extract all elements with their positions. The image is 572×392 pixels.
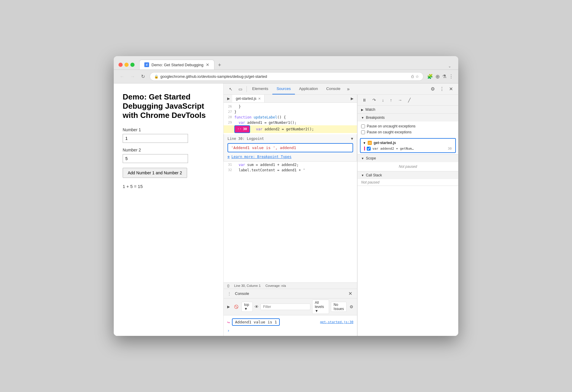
devtools-more-icon[interactable]: ⋮ <box>438 84 446 94</box>
logpoint-input[interactable]: 'Addend1 value is ', addend1 <box>227 143 353 152</box>
menu-icon[interactable]: ⋮ <box>449 74 454 79</box>
console-drag-handle[interactable]: ⋮ <box>226 290 233 297</box>
pause-uncaught-checkbox[interactable] <box>361 124 365 128</box>
url-text: googlechrome.github.io/devtools-samples/… <box>160 74 410 79</box>
number2-input[interactable] <box>123 154 188 163</box>
execute-snippet-icon[interactable]: ▶ <box>348 95 356 102</box>
tab-application[interactable]: Application <box>295 83 322 94</box>
console-settings-icon[interactable]: ⚙ <box>348 304 355 310</box>
tab-console[interactable]: Console <box>322 83 345 94</box>
console-context-selector[interactable]: top ▼ <box>241 302 253 312</box>
console-log-text: Addend1 value is 1 <box>232 318 280 326</box>
logpoint-icon: ↪ <box>227 320 230 325</box>
profile-icon[interactable]: ⊕ <box>435 73 440 80</box>
console-log-entry: ↪ Addend1 value is 1 get-started.js:30 <box>227 317 353 327</box>
more-tabs-icon[interactable]: » <box>345 84 352 94</box>
tab-overflow-icon[interactable]: ⌄ <box>446 63 454 69</box>
traffic-lights <box>118 63 135 67</box>
pause-caught-label: Pause on caught exceptions <box>367 130 412 134</box>
callstack-section-header[interactable]: ▼ Call Stack <box>358 171 458 179</box>
watch-triangle-icon: ▶ <box>361 108 364 111</box>
url-bar[interactable]: 🔒 googlechrome.github.io/devtools-sample… <box>150 72 424 81</box>
bp-entry-checkbox[interactable] <box>367 147 371 151</box>
extensions-icon[interactable]: 🧩 <box>427 74 433 79</box>
code-line-29: 29 var addend1 = getNumber1(); <box>224 120 357 125</box>
code-line-31: 31 var sum = addend1 + addend2; <box>224 162 357 167</box>
close-button[interactable] <box>118 63 123 67</box>
console-toolbar: ⋮ Console ✕ <box>224 289 357 298</box>
device-icon[interactable]: ▭ <box>236 84 245 94</box>
number1-input[interactable] <box>123 134 188 143</box>
refresh-button[interactable]: ↻ <box>140 73 146 80</box>
format-icon[interactable]: {} <box>227 284 229 287</box>
console-close-icon[interactable]: ✕ <box>346 289 355 298</box>
step-into-button[interactable]: ↓ <box>380 97 386 104</box>
console-log-link[interactable]: get-started.js:30 <box>320 320 353 324</box>
callstack-status: Not paused <box>361 180 379 184</box>
scope-section-header[interactable]: ▼ Scope <box>358 154 458 162</box>
back-button[interactable]: ← <box>118 73 126 80</box>
file-nav-icon[interactable]: ▶ <box>225 95 232 102</box>
callstack-content: Not paused <box>358 179 458 186</box>
bp-indicator <box>364 146 365 151</box>
file-tab-close-icon[interactable]: ✕ <box>258 97 261 101</box>
add-button[interactable]: Add Number 1 and Number 2 <box>123 168 187 178</box>
breakpoint-marker[interactable]: ·· 30 <box>234 125 250 133</box>
deactivate-breakpoints-button[interactable]: ╱ <box>406 97 413 104</box>
console-block-icon[interactable]: 🚫 <box>233 304 240 309</box>
bp-entry: var addend2 = getNum… 30 <box>363 146 453 151</box>
pause-caught-row: Pause on caught exceptions <box>361 129 455 135</box>
pause-resume-button[interactable]: ⏸ <box>360 97 369 104</box>
minimize-button[interactable] <box>124 63 129 67</box>
tab-sources[interactable]: Sources <box>272 83 295 94</box>
breakpoints-section-header[interactable]: ▼ Breakpoints <box>358 114 458 121</box>
share-icon[interactable]: ⎙ <box>411 74 414 79</box>
breakpoints-section: ▼ Breakpoints Pause on uncaught exceptio… <box>358 114 458 154</box>
devtools-settings-icon[interactable]: ⚙ <box>428 84 438 94</box>
breakpoints-content: Pause on uncaught exceptions Pause on ca… <box>358 121 458 137</box>
status-position: Line 30, Column 1 <box>234 284 260 287</box>
forward-button[interactable]: → <box>129 73 136 80</box>
bp-file-name: get-started.js <box>374 141 396 145</box>
breakpoint-value: 30 <box>243 127 247 132</box>
tab-close-icon[interactable]: ✕ <box>206 62 209 67</box>
console-title: Console <box>233 290 252 298</box>
scope-triangle-icon: ▼ <box>361 157 364 160</box>
new-tab-button[interactable]: + <box>216 61 224 69</box>
address-icons: 🧩 ⊕ ⚗ ⋮ <box>427 73 454 80</box>
number2-label: Number 2 <box>123 148 214 152</box>
js-file-icon: JS <box>368 141 372 145</box>
inspect-icon[interactable]: ↖ <box>226 84 236 94</box>
address-bar: ← → ↻ 🔒 googlechrome.github.io/devtools-… <box>114 70 458 83</box>
toolbar-separator <box>247 86 247 92</box>
step-over-button[interactable]: ↷ <box>370 97 378 104</box>
devtools-close-icon[interactable]: ✕ <box>446 84 456 94</box>
file-tab-get-started[interactable]: get-started.js ✕ <box>232 95 265 102</box>
pause-caught-checkbox[interactable] <box>361 130 365 134</box>
code-editor[interactable]: 26 } 27 } 28 function updateLabel() { <box>224 103 357 282</box>
breakpoints-file-section: ▼ JS get-started.js var addend2 = getNum… <box>360 138 456 153</box>
flask-icon[interactable]: ⚗ <box>442 74 446 79</box>
bookmark-icon[interactable]: ☆ <box>415 74 419 79</box>
step-button[interactable]: → <box>396 97 404 104</box>
console-levels-button[interactable]: All levels ▼ <box>312 300 329 314</box>
console-execute-icon[interactable]: ▶ <box>226 304 231 309</box>
maximize-button[interactable] <box>130 63 135 67</box>
logpoint-learn-more-link[interactable]: ⊕ Learn more: Breakpoint Types <box>227 155 353 159</box>
console-filter-bar: ▶ 🚫 top ▼ 👁 All levels ▼ No Issu <box>224 298 357 315</box>
bp-entry-code: var addend2 = getNum… <box>372 147 414 151</box>
console-cursor[interactable]: › <box>227 327 353 334</box>
devtools-panel: ↖ ▭ Elements Sources Application Console… <box>224 83 458 336</box>
console-issues-button[interactable]: No Issues <box>331 302 347 312</box>
console-filter-input[interactable] <box>260 304 310 310</box>
code-lines-bottom: 31 var sum = addend1 + addend2; 32 label… <box>224 162 357 173</box>
console-eye-icon[interactable]: 👁 <box>255 304 259 309</box>
logpoint-dropdown-icon[interactable]: ▼ <box>351 137 353 141</box>
tab-elements[interactable]: Elements <box>248 83 272 94</box>
bp-entry-num: 30 <box>448 147 452 151</box>
active-tab[interactable]: d Demo: Get Started Debugging ✕ <box>139 60 214 69</box>
pause-uncaught-row: Pause on uncaught exceptions <box>361 123 455 129</box>
watch-section-header[interactable]: ▶ Watch <box>358 106 458 113</box>
step-out-button[interactable]: ↑ <box>388 97 394 104</box>
link-circle-icon: ⊕ <box>227 155 230 159</box>
